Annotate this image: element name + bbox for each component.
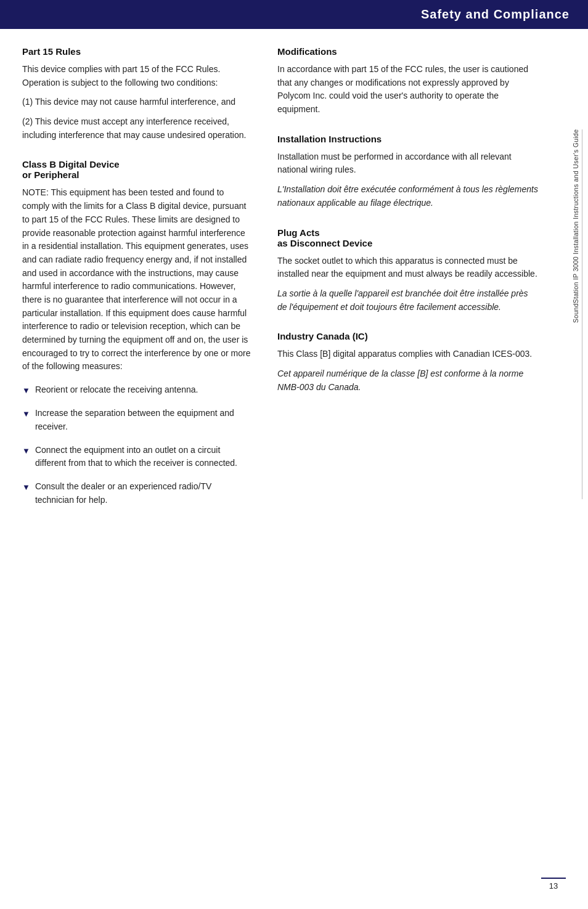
part15-title: Part 15 Rules bbox=[22, 46, 253, 57]
modifications-section: Modifications In accordance with part 15… bbox=[277, 46, 539, 116]
list-item: ▼ Consult the dealer or an experienced r… bbox=[22, 480, 253, 507]
right-sidebar: SoundStation IP 3000 Installation Instru… bbox=[566, 37, 588, 592]
bullet-arrow-icon: ▼ bbox=[22, 385, 30, 397]
bullet-text-2: Increase the separation between the equi… bbox=[35, 407, 253, 433]
industry-canada-title: Industry Canada (IC) bbox=[277, 331, 539, 341]
classb-text: NOTE: This equipment has been tested and… bbox=[22, 186, 253, 373]
plug-acts-text-fr: La sortie à la quelle l'appareil est bra… bbox=[277, 287, 539, 314]
page-number: 13 bbox=[549, 881, 558, 891]
part15-p1: This device complies with part 15 of the… bbox=[22, 63, 253, 89]
installation-text-fr: L'Installation doit être exécutée confor… bbox=[277, 183, 539, 210]
header-banner: Safety and Compliance bbox=[0, 0, 588, 29]
left-column: Part 15 Rules This device complies with … bbox=[0, 46, 265, 524]
classb-body: NOTE: This equipment has been tested and… bbox=[22, 186, 253, 373]
plug-acts-text-en: The socket outlet to which this apparatu… bbox=[277, 255, 539, 281]
header-title: Safety and Compliance bbox=[421, 7, 570, 21]
part15-p2: (1) This device may not cause harmful in… bbox=[22, 96, 253, 109]
modifications-body: In accordance with part 15 of the FCC ru… bbox=[277, 63, 539, 116]
classb-title: Class B Digital Deviceor Peripheral bbox=[22, 159, 253, 180]
bullet-arrow-icon: ▼ bbox=[22, 445, 30, 457]
industry-canada-text-fr: Cet appareil numérique de la classe [B] … bbox=[277, 367, 539, 394]
installation-title: Installation Instructions bbox=[277, 134, 539, 144]
industry-canada-section: Industry Canada (IC) This Class [B] digi… bbox=[277, 331, 539, 394]
plug-acts-title: Plug Acts as Disconnect Device bbox=[277, 227, 539, 248]
installation-text-en: Installation must be performed in accord… bbox=[277, 150, 539, 177]
installation-section: Installation Instructions Installation m… bbox=[277, 134, 539, 210]
bullet-arrow-icon: ▼ bbox=[22, 408, 30, 420]
bullet-text-1: Reorient or relocate the receiving anten… bbox=[35, 383, 198, 397]
list-item: ▼ Reorient or relocate the receiving ant… bbox=[22, 383, 253, 397]
industry-canada-body: This Class [B] digital apparatus complie… bbox=[277, 348, 539, 394]
bullet-list: ▼ Reorient or relocate the receiving ant… bbox=[22, 383, 253, 507]
bullet-arrow-icon: ▼ bbox=[22, 481, 30, 494]
right-column: Modifications In accordance with part 15… bbox=[265, 46, 561, 524]
modifications-title: Modifications bbox=[277, 46, 539, 57]
part15-body: This device complies with part 15 of the… bbox=[22, 63, 253, 142]
sidebar-text: SoundStation IP 3000 Installation Instru… bbox=[572, 129, 582, 499]
page-number-area: 13 bbox=[541, 878, 566, 891]
classb-section: Class B Digital Deviceor Peripheral NOTE… bbox=[22, 159, 253, 507]
list-item: ▼ Increase the separation between the eq… bbox=[22, 407, 253, 433]
industry-canada-text-en: This Class [B] digital apparatus complie… bbox=[277, 348, 539, 361]
part15-p3: (2) This device must accept any interfer… bbox=[22, 115, 253, 142]
plug-acts-body: The socket outlet to which this apparatu… bbox=[277, 255, 539, 314]
list-item: ▼ Connect the equipment into an outlet o… bbox=[22, 444, 253, 470]
modifications-text: In accordance with part 15 of the FCC ru… bbox=[277, 63, 539, 116]
content-area: Part 15 Rules This device complies with … bbox=[0, 29, 588, 524]
part15-section: Part 15 Rules This device complies with … bbox=[22, 46, 253, 142]
bullet-text-4: Consult the dealer or an experienced rad… bbox=[35, 480, 253, 507]
installation-body: Installation must be performed in accord… bbox=[277, 150, 539, 210]
bullet-text-3: Connect the equipment into an outlet on … bbox=[35, 444, 253, 470]
page-wrapper: Safety and Compliance Part 15 Rules This… bbox=[0, 0, 588, 909]
plug-acts-section: Plug Acts as Disconnect Device The socke… bbox=[277, 227, 539, 314]
